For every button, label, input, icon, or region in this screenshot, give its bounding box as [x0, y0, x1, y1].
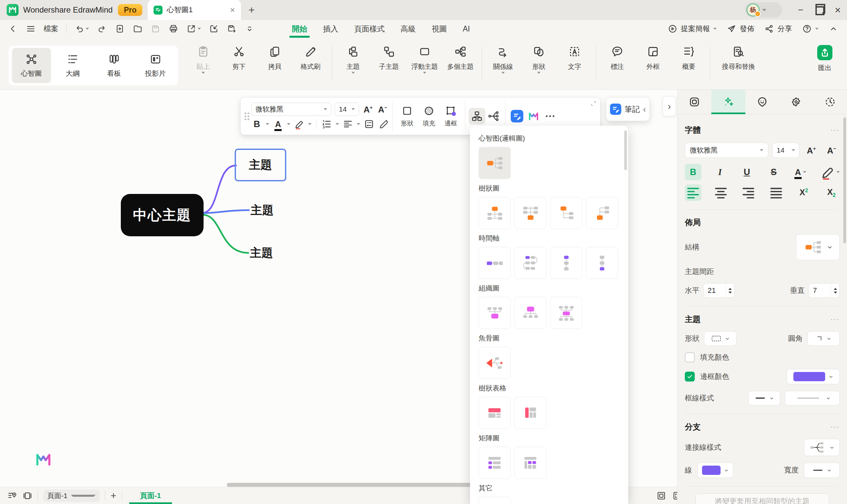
fill-color-checkbox[interactable]	[685, 353, 695, 362]
tab-canvas-style[interactable]	[678, 90, 711, 114]
ribbon-painter-button[interactable]: 格式刷	[293, 38, 328, 76]
template-tree-down[interactable]	[479, 197, 511, 229]
template-tree-up[interactable]	[515, 197, 546, 229]
close-window-button[interactable]: ×	[828, 0, 847, 20]
new-tab-button[interactable]: +	[246, 4, 257, 16]
align-left-button[interactable]	[685, 184, 701, 201]
numbered-list-button[interactable]	[321, 119, 332, 130]
save-as-icon[interactable]	[227, 24, 237, 34]
menu-tab-2[interactable]: 頁面樣式	[354, 20, 384, 38]
sidebar-size-select[interactable]: 14	[772, 143, 799, 158]
collapse-sidebar-button[interactable]: ›	[663, 96, 676, 116]
subscript-button[interactable]: X2	[823, 184, 840, 201]
sidebar-scrollbar[interactable]	[843, 118, 846, 243]
document-tab[interactable]: 心智圖1 ×	[148, 0, 241, 20]
fill-button[interactable]: 填充	[418, 97, 440, 135]
align-center-button[interactable]	[713, 184, 729, 201]
new-document-icon[interactable]	[115, 24, 125, 34]
page-tab[interactable]: 頁面-1	[127, 487, 174, 504]
template-treetable-top[interactable]	[479, 397, 511, 429]
ribbon-shapes-button[interactable]: 形狀	[521, 38, 557, 76]
ribbon-multitopic-button[interactable]: 多個主題	[443, 38, 478, 76]
ribbon-paste-button[interactable]: 貼上	[185, 38, 221, 76]
toolbar-more-icon[interactable]	[245, 24, 254, 34]
alignment-button[interactable]	[342, 119, 354, 130]
close-tab-icon[interactable]: ×	[230, 5, 235, 15]
panel-scrollbar[interactable]	[624, 130, 627, 170]
mode-kanban-button[interactable]: 看板	[95, 48, 134, 83]
redo-icon[interactable]	[97, 24, 107, 34]
presentation-button[interactable]: 提案簡報	[668, 24, 717, 34]
page-select[interactable]: 頁面-1	[43, 489, 100, 502]
ribbon-callout-button[interactable]: 標注	[599, 38, 635, 76]
ribbon-summary-button[interactable]: 概要	[671, 38, 707, 76]
print-icon[interactable]	[168, 24, 178, 34]
account-menu[interactable]: 杨 ✓	[745, 2, 782, 18]
ai-assistant-button[interactable]	[34, 450, 53, 469]
line-width-select[interactable]	[804, 463, 840, 478]
topic-shape-select[interactable]	[704, 331, 736, 346]
slideshow-view-icon[interactable]	[22, 491, 33, 501]
selected-topic-node[interactable]: 主題	[235, 149, 286, 181]
template-org-up[interactable]	[479, 297, 511, 329]
line-color-select[interactable]	[697, 463, 733, 478]
decrease-font-icon[interactable]: A−	[824, 142, 840, 159]
border-dash-select[interactable]	[785, 391, 840, 406]
menu-tab-1[interactable]: 插入	[323, 20, 338, 38]
align-right-button[interactable]	[740, 184, 757, 201]
strikethrough-button[interactable]: S	[765, 164, 782, 180]
notes-panel-button[interactable]: 筆記 ‹	[606, 97, 650, 121]
template-org-both[interactable]	[550, 297, 582, 329]
ai-tool-button[interactable]	[525, 108, 542, 124]
ribbon-cut-button[interactable]: 剪下	[221, 38, 257, 76]
template-tree-left-up[interactable]	[586, 197, 618, 229]
menu-tab-3[interactable]: 高級	[400, 20, 416, 38]
menu-tab-4[interactable]: 視圖	[432, 20, 447, 38]
tab-history[interactable]	[813, 90, 847, 114]
highlight-button[interactable]	[819, 164, 840, 180]
underline-button[interactable]: U	[738, 164, 755, 180]
border-color-select[interactable]	[787, 369, 840, 384]
font-color-button[interactable]: A	[792, 164, 809, 180]
template-timeline-snake[interactable]	[515, 247, 546, 279]
mode-mindmap-button[interactable]: 心智圖	[12, 48, 51, 83]
connector-style-select[interactable]	[804, 439, 840, 456]
share-document-icon[interactable]	[186, 24, 196, 34]
topic-node[interactable]: 主題	[251, 202, 274, 218]
ribbon-topic-button[interactable]: 主題	[335, 38, 371, 76]
italic-button[interactable]: I	[711, 164, 728, 180]
more-icon[interactable]: ···	[830, 422, 840, 431]
mode-slides-button[interactable]: 投影片	[136, 48, 175, 83]
template-matrix-cols[interactable]	[515, 447, 546, 479]
tab-theme[interactable]	[779, 90, 813, 114]
pin-list-icon[interactable]	[7, 491, 17, 501]
corner-style-select[interactable]	[807, 331, 840, 346]
ribbon-floating-button[interactable]: 浮動主題	[407, 38, 443, 76]
ribbon-subtopic-button[interactable]: 子主題	[371, 38, 407, 76]
horizontal-scrollbar[interactable]	[227, 483, 480, 487]
border-button[interactable]: 邊框	[440, 97, 462, 135]
notes-tool-button[interactable]	[509, 108, 525, 124]
increase-font-icon[interactable]: A+	[803, 142, 819, 159]
maximize-button[interactable]	[810, 0, 828, 20]
open-icon[interactable]	[133, 24, 143, 34]
template-logic-right-green[interactable]	[479, 497, 511, 504]
template-fishbone[interactable]	[479, 347, 511, 379]
shape-button[interactable]: 形狀	[396, 97, 418, 135]
more-tools-button[interactable]	[542, 108, 558, 124]
menu-tab-0[interactable]: 開始	[292, 20, 307, 38]
add-page-button[interactable]: +	[111, 490, 116, 501]
border-weight-select[interactable]	[749, 391, 780, 406]
topic-node[interactable]: 主題	[250, 245, 273, 261]
expand-toolbar-icon[interactable]	[590, 100, 597, 107]
import-icon[interactable]	[209, 24, 219, 34]
sidebar-font-select[interactable]: 微软雅黑	[685, 143, 768, 158]
template-matrix-rows[interactable]	[479, 447, 511, 479]
font-size-select[interactable]: 14	[335, 103, 359, 116]
tab-style[interactable]	[711, 90, 745, 114]
fit-center-icon[interactable]	[656, 491, 666, 501]
more-icon[interactable]: ···	[830, 126, 840, 134]
border-color-checkbox[interactable]	[685, 372, 695, 381]
minimize-button[interactable]: −	[791, 0, 810, 20]
ribbon-frame-button[interactable]: 外框	[635, 38, 671, 76]
